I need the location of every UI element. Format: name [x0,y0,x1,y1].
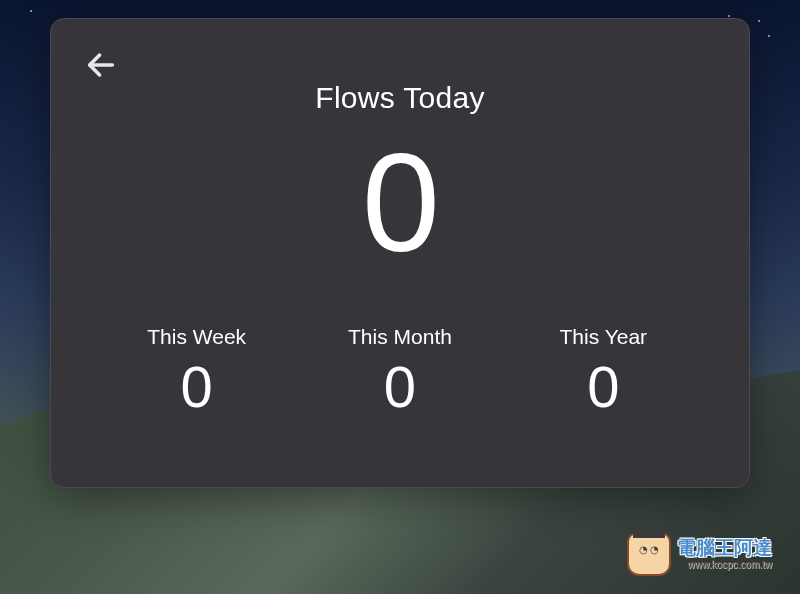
stat-value: 0 [502,355,705,419]
stat-month: This Month 0 [298,325,501,419]
main-stat-title: Flows Today [83,81,717,115]
main-stat-value: 0 [83,133,717,273]
stat-value: 0 [298,355,501,419]
stats-row: This Week 0 This Month 0 This Year 0 [83,325,717,419]
stats-card: Flows Today 0 This Week 0 This Month 0 T… [50,18,750,488]
stat-label: This Week [95,325,298,349]
stat-label: This Year [502,325,705,349]
watermark-title: 電腦王阿達 [677,538,772,559]
watermark-url: www.kocpc.com.tw [677,559,772,570]
watermark-mascot-icon [627,532,671,576]
stat-week: This Week 0 [95,325,298,419]
watermark: 電腦王阿達 www.kocpc.com.tw [627,532,772,576]
main-stat: Flows Today 0 [83,81,717,273]
watermark-text: 電腦王阿達 www.kocpc.com.tw [677,538,772,570]
stat-value: 0 [95,355,298,419]
arrow-left-icon [84,48,118,82]
stat-year: This Year 0 [502,325,705,419]
stat-label: This Month [298,325,501,349]
back-button[interactable] [83,47,119,83]
